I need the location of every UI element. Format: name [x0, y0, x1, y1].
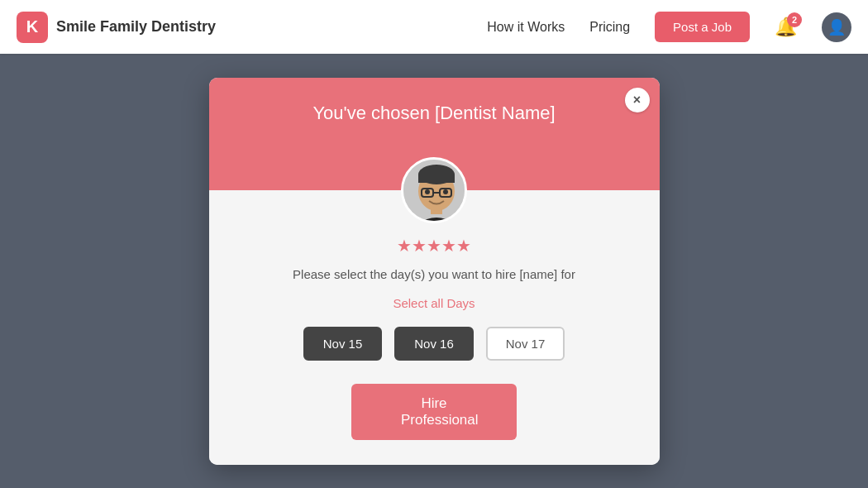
modal-subtitle: Please select the day(s) you want to hir… — [242, 267, 627, 281]
modal-header: You've chosen [Dentist Name] — [209, 78, 660, 190]
header: K Smile Family Dentistry How it Works Pr… — [0, 0, 868, 54]
modal-body: ★★★★★ Please select the day(s) you want … — [209, 190, 660, 465]
day-button-0[interactable]: Nov 15 — [303, 327, 383, 361]
notification-badge: 2 — [787, 12, 802, 27]
dentist-avatar — [401, 157, 467, 223]
post-job-button[interactable]: Post a Job — [655, 12, 750, 42]
logo: K Smile Family Dentistry — [17, 12, 216, 43]
hire-professional-button[interactable]: Hire Professional — [351, 384, 517, 440]
day-button-2[interactable]: Nov 17 — [486, 327, 565, 361]
svg-rect-5 — [418, 175, 455, 183]
modal-title: You've chosen [Dentist Name] — [242, 103, 627, 124]
brand-name: Smile Family Dentistry — [56, 18, 216, 36]
logo-icon: K — [17, 12, 48, 43]
main-nav: How it Works Pricing Post a Job 🔔 2 👤 — [487, 12, 851, 42]
day-button-1[interactable]: Nov 16 — [394, 327, 474, 361]
notification-bell[interactable]: 🔔 2 — [775, 17, 797, 38]
nav-pricing[interactable]: Pricing — [589, 20, 630, 35]
svg-point-9 — [425, 189, 430, 194]
user-avatar[interactable]: 👤 — [822, 12, 851, 42]
nav-how-it-works[interactable]: How it Works — [487, 20, 565, 35]
star-rating: ★★★★★ — [242, 236, 627, 256]
days-selector: Nov 15 Nov 16 Nov 17 — [242, 327, 627, 361]
close-button[interactable]: × — [625, 88, 650, 112]
svg-point-10 — [443, 189, 448, 194]
select-all-days-link[interactable]: Select all Days — [242, 296, 627, 310]
hire-modal: You've chosen [Dentist Name] — [209, 78, 660, 465]
overlay-background: You've chosen [Dentist Name] — [0, 54, 868, 488]
